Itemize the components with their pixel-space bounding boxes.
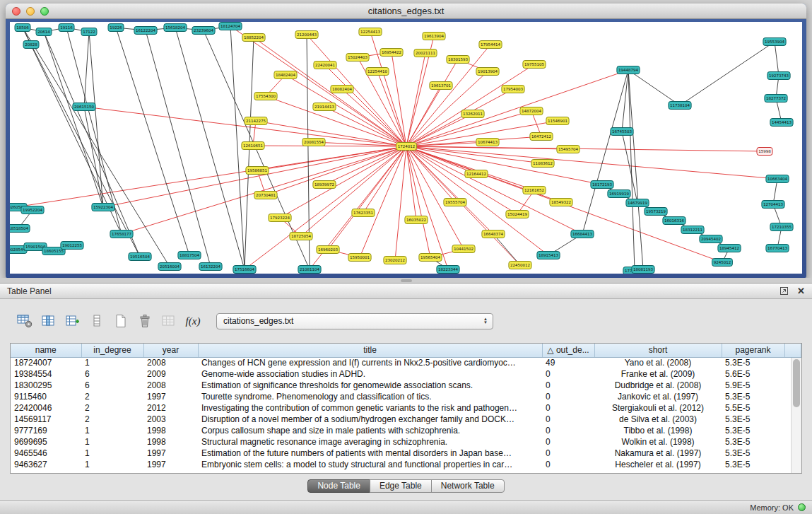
table-select-dropdown[interactable]: citations_edges.txt ▲▼: [216, 313, 493, 329]
table-cell[interactable]: 1998: [143, 425, 198, 436]
table-cell[interactable]: 1997: [143, 391, 198, 402]
table-cell[interactable]: Structural magnetic resonance image aver…: [198, 436, 542, 448]
graph-edge[interactable]: [328, 146, 406, 250]
table-cell[interactable]: 19384554: [11, 368, 81, 380]
table-cell[interactable]: Corpus callosum shape and size in male p…: [198, 425, 542, 436]
table-cell[interactable]: Stergiakouli et al. (2012): [594, 402, 722, 414]
float-panel-icon[interactable]: [779, 286, 789, 296]
graph-edge[interactable]: [230, 26, 406, 146]
table-row[interactable]: 1938455462009Genome-wide association stu…: [11, 368, 801, 380]
table-cell[interactable]: 49: [542, 357, 594, 368]
graph-edge[interactable]: [342, 89, 406, 146]
table-cell[interactable]: 18724007: [11, 357, 81, 368]
network-canvas[interactable]: 1724012184824041755430021142275126106511…: [10, 22, 802, 274]
table-cell[interactable]: Changes of HCN gene expression and I(f) …: [198, 357, 542, 368]
graph-edge[interactable]: [301, 146, 406, 236]
table-cell[interactable]: 9699695: [11, 436, 81, 448]
table-cell[interactable]: 9465546: [11, 448, 81, 459]
close-panel-icon[interactable]: ✕: [797, 286, 805, 296]
graph-edge[interactable]: [146, 30, 211, 267]
graph-edge[interactable]: [44, 32, 103, 207]
table-cell[interactable]: 2: [81, 402, 143, 414]
table-cell[interactable]: 6: [81, 368, 143, 380]
table-cell[interactable]: 5.3E-5: [722, 414, 784, 425]
table-cell[interactable]: 5.6E-5: [722, 368, 784, 380]
scrollbar-thumb[interactable]: [793, 359, 800, 407]
table-cell[interactable]: 9463627: [11, 459, 81, 470]
table-cell[interactable]: 5.3E-5: [722, 425, 784, 436]
table-cell[interactable]: 1: [81, 357, 143, 368]
graph-edge[interactable]: [16, 146, 406, 207]
graph-edge[interactable]: [266, 96, 406, 146]
graph-edge[interactable]: [175, 28, 245, 269]
table-cell[interactable]: 2009: [143, 368, 198, 380]
column-header-out_de[interactable]: △ out_de...: [542, 344, 594, 357]
table-settings-button[interactable]: [14, 311, 35, 331]
graph-edge[interactable]: [582, 70, 628, 234]
graph-edge[interactable]: [395, 146, 406, 260]
graph-edge[interactable]: [622, 70, 628, 132]
delete-table-button[interactable]: [134, 311, 155, 331]
table-vertical-scrollbar[interactable]: [791, 358, 801, 473]
table-cell[interactable]: Wolkin et al. (1998): [594, 436, 722, 448]
table-cell[interactable]: 1: [81, 425, 143, 436]
table-cell[interactable]: 1: [81, 436, 143, 448]
divider-grip-icon[interactable]: [401, 279, 412, 282]
new-table-button[interactable]: [110, 311, 131, 331]
table-cell[interactable]: 5.3E-5: [722, 436, 784, 448]
table-cell[interactable]: 0: [542, 368, 594, 380]
table-cell[interactable]: 0: [542, 425, 594, 436]
graph-edge[interactable]: [84, 107, 103, 207]
table-cell[interactable]: 0: [542, 391, 594, 402]
table-cell[interactable]: 2: [81, 391, 143, 402]
table-cell[interactable]: Yano et al. (2008): [594, 357, 722, 368]
graph-edge[interactable]: [680, 42, 775, 105]
table-cell[interactable]: 0: [542, 436, 594, 448]
graph-edge[interactable]: [256, 121, 406, 146]
table-row[interactable]: 1872400712008Changes of HCN gene express…: [11, 357, 801, 368]
table-cell[interactable]: 1: [81, 459, 143, 470]
table-cell[interactable]: 5.9E-5: [722, 380, 784, 391]
function-builder-button[interactable]: f(x): [182, 311, 204, 331]
table-cell[interactable]: 0: [542, 459, 594, 470]
table-cell[interactable]: 1997: [143, 459, 198, 470]
table-row[interactable]: 946554611997Estimation of the future num…: [11, 448, 801, 459]
tab-network-table[interactable]: Network Table: [431, 479, 505, 493]
graph-edge[interactable]: [406, 146, 448, 269]
table-cell[interactable]: Tourette syndrome. Phenomenology and cla…: [198, 391, 542, 402]
table-cell[interactable]: 5.3E-5: [722, 357, 784, 368]
window-titlebar[interactable]: citations_edges.txt: [6, 4, 806, 19]
panel-divider[interactable]: [0, 278, 812, 283]
table-cell[interactable]: 2008: [143, 380, 198, 391]
network-graph[interactable]: 1724012184824041755430021142275126106511…: [10, 22, 802, 274]
table-cell[interactable]: 2012: [143, 402, 198, 414]
graph-edge[interactable]: [116, 28, 189, 255]
table-cell[interactable]: 2008: [143, 357, 198, 368]
table-cell[interactable]: de Silva et al. (2003): [594, 414, 722, 425]
column-header-in_degree[interactable]: in_degree: [81, 344, 143, 357]
table-cell[interactable]: 5.3E-5: [722, 448, 784, 459]
tab-node-table[interactable]: Node Table: [307, 479, 370, 493]
table-cell[interactable]: Hescheler et al. (1997): [594, 459, 722, 470]
graph-edge[interactable]: [266, 146, 406, 195]
table-cell[interactable]: Disruption of a novel member of a sodium…: [198, 414, 542, 425]
column-header-year[interactable]: year: [143, 344, 198, 357]
minimize-window-button[interactable]: [26, 7, 35, 16]
table-row[interactable]: 977716911998Corpus callosum shape and si…: [11, 425, 801, 436]
graph-edge[interactable]: [23, 28, 170, 267]
table-row[interactable]: 2242004622012Investigating the contribut…: [11, 402, 801, 414]
column-header-short[interactable]: short: [594, 344, 722, 357]
table-row[interactable]: 1456911722003Disruption of a novel membe…: [11, 414, 801, 425]
table-cell[interactable]: 0: [542, 448, 594, 459]
table-cell[interactable]: 22420046: [11, 402, 81, 414]
graph-edge[interactable]: [406, 53, 425, 146]
table-row[interactable]: 911546021997Tourette syndrome. Phenomeno…: [11, 391, 801, 402]
column-header-title[interactable]: title: [198, 344, 542, 357]
table-cell[interactable]: 9777169: [11, 425, 81, 436]
table-cell[interactable]: Tibbo et al. (1998): [594, 425, 722, 436]
table-cell[interactable]: 1997: [143, 448, 198, 459]
graph-edge[interactable]: [84, 107, 406, 146]
table-row[interactable]: 1830029562008Estimation of significance …: [11, 380, 801, 391]
graph-edge[interactable]: [406, 146, 464, 249]
table-cell[interactable]: Jankovic et al. (1997): [594, 391, 722, 402]
